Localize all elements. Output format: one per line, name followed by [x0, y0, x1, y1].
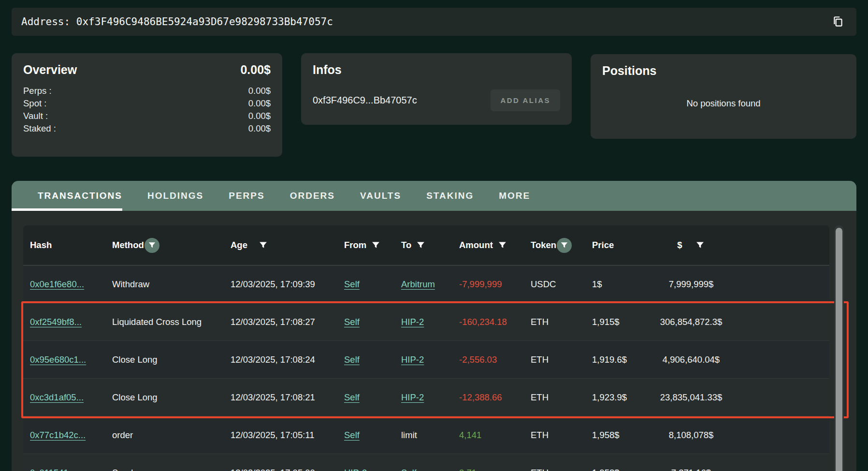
to-link[interactable]: Self	[401, 468, 417, 471]
overview-row-vault: Vault : 0.00$	[23, 110, 271, 122]
overview-row-spot: Spot : 0.00$	[23, 97, 271, 110]
amount-header-label: Amount	[459, 240, 493, 250]
method-cell: Send	[112, 468, 231, 471]
method-cell: Withdraw	[112, 279, 231, 290]
usd-cell: 8,108,078$	[650, 430, 732, 441]
hash-link[interactable]: 0xc3d1af05...	[30, 392, 84, 402]
age-filter-button[interactable]	[258, 240, 268, 250]
vault-label: Vault :	[23, 110, 48, 122]
price-header-label: Price	[592, 240, 614, 250]
to-link[interactable]: HIP-2	[401, 317, 424, 327]
token-cell: USDC	[531, 279, 592, 290]
token-cell: ETH	[531, 354, 592, 365]
hash-link[interactable]: 0x011541...	[30, 468, 76, 471]
address-value	[70, 16, 76, 28]
infos-title: Infos	[313, 63, 342, 76]
usd-cell: 4,906,640.04$	[650, 354, 732, 365]
tab-transactions[interactable]: TRANSACTIONS	[25, 181, 135, 211]
tab-orders[interactable]: ORDERS	[277, 181, 347, 211]
filter-icon	[145, 238, 159, 253]
from-link[interactable]: HIP-2	[344, 468, 367, 471]
col-header-usd: $	[650, 240, 732, 250]
col-header-hash: Hash	[23, 240, 112, 250]
price-cell: 1,919.6$	[592, 354, 650, 365]
table-scrollbar-thumb[interactable]	[836, 228, 842, 471]
tab-staking[interactable]: STAKING	[414, 181, 486, 211]
amount-cell: -2,556.03	[459, 354, 531, 365]
to-link[interactable]: HIP-2	[401, 354, 424, 365]
to-link[interactable]: Arbitrum	[401, 279, 435, 289]
age-cell: 12/03/2025, 17:08:27	[231, 317, 344, 327]
method-filter-button[interactable]	[144, 238, 159, 253]
token-cell: ETH	[531, 468, 592, 471]
overview-row-staked: Staked : 0.00$	[23, 122, 271, 135]
method-header-label: Method	[112, 240, 144, 250]
from-link[interactable]: Self	[344, 279, 360, 289]
col-header-token: Token	[531, 238, 592, 253]
tab-perps[interactable]: PERPS	[216, 181, 277, 211]
filter-icon	[695, 240, 705, 250]
amount-cell: -160,234.18	[459, 317, 531, 327]
copy-address-button[interactable]	[827, 11, 849, 32]
staked-value: 0.00$	[248, 122, 271, 135]
table-header-row: Hash Method Age From	[23, 225, 829, 265]
main-panel: TRANSACTIONS HOLDINGS PERPS ORDERS VAULT…	[12, 181, 856, 471]
to-header-label: To	[401, 240, 411, 250]
filter-icon	[371, 240, 381, 250]
usd-cell: 7,999,999$	[650, 279, 732, 290]
price-cell: 1,923.9$	[592, 392, 650, 403]
from-header-label: From	[344, 240, 366, 250]
positions-card: Positions No positions found	[591, 54, 856, 139]
tab-bar: TRANSACTIONS HOLDINGS PERPS ORDERS VAULT…	[12, 181, 856, 211]
usd-cell: 7,271.16$	[650, 468, 732, 471]
from-link[interactable]: Self	[344, 430, 360, 440]
table-row: 0xf2549bf8... Liquidated Cross Long 12/0…	[23, 303, 829, 341]
method-cell: order	[112, 430, 231, 441]
to-cell: limit	[401, 430, 459, 441]
token-filter-button[interactable]	[556, 238, 572, 253]
table-scrollbar-track	[834, 225, 844, 471]
to-link[interactable]: HIP-2	[401, 392, 424, 402]
to-filter-button[interactable]	[416, 240, 426, 250]
age-cell: 12/03/2025, 17:08:21	[231, 392, 344, 403]
positions-title: Positions	[602, 64, 657, 77]
overview-card: Overview 0.00$ Perps : 0.00$ Spot : 0.00…	[12, 53, 282, 157]
filter-icon	[497, 240, 507, 250]
tab-holdings[interactable]: HOLDINGS	[135, 181, 216, 211]
col-header-from: From	[344, 240, 401, 250]
address-bar: Address: 0xf3F496C9486BE5924a93D67e98298…	[12, 8, 856, 36]
col-header-amount: Amount	[459, 240, 531, 250]
hash-header-label: Hash	[30, 240, 52, 250]
spot-value: 0.00$	[248, 97, 271, 110]
perps-value: 0.00$	[248, 85, 271, 97]
hash-link[interactable]: 0xf2549bf8...	[30, 317, 82, 327]
overview-total: 0.00$	[240, 63, 271, 77]
price-cell: 1,958$	[592, 430, 650, 441]
col-header-to: To	[401, 240, 459, 250]
transactions-table: Hash Method Age From	[23, 225, 829, 471]
token-header-label: Token	[531, 240, 556, 250]
perps-label: Perps :	[23, 85, 52, 97]
hash-link[interactable]: 0x0e1f6e80...	[30, 279, 84, 289]
hash-link[interactable]: 0x95e680c1...	[30, 354, 86, 365]
amount-cell: -7,999,999	[459, 279, 531, 290]
age-cell: 12/03/2025, 17:05:11	[231, 430, 344, 441]
hash-link[interactable]: 0x77c1b42c...	[30, 430, 86, 440]
usd-filter-button[interactable]	[695, 240, 705, 250]
from-filter-button[interactable]	[371, 240, 381, 250]
method-cell: Close Long	[112, 354, 231, 365]
tab-vaults[interactable]: VAULTS	[347, 181, 414, 211]
usd-header-label: $	[677, 240, 682, 250]
col-header-price: Price	[592, 240, 650, 250]
price-cell: 1,915$	[592, 317, 650, 327]
add-alias-button[interactable]: ADD ALIAS	[491, 89, 560, 111]
amount-cell: 3.71	[459, 468, 531, 471]
from-link[interactable]: Self	[344, 317, 360, 327]
spot-label: Spot :	[23, 97, 46, 110]
amount-filter-button[interactable]	[497, 240, 507, 250]
tab-more[interactable]: MORE	[486, 181, 543, 211]
col-header-age: Age	[231, 240, 344, 250]
from-link[interactable]: Self	[344, 354, 360, 365]
from-link[interactable]: Self	[344, 392, 360, 402]
col-header-method: Method	[112, 238, 231, 253]
